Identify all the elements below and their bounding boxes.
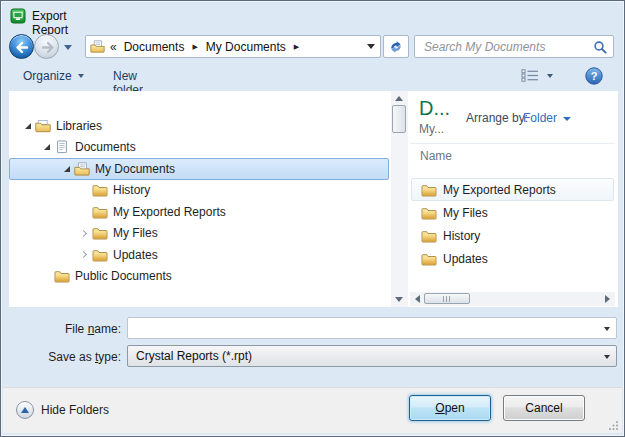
tree-item-public-documents[interactable]: Public Documents — [9, 266, 391, 288]
chevron-up-icon — [16, 401, 34, 419]
folder-documents-icon — [74, 162, 90, 176]
tree-item-label: My Files — [113, 226, 158, 240]
question-mark-icon: ? — [585, 67, 603, 85]
arrange-by-label: Arrange by: — [466, 111, 528, 125]
list-item-history[interactable]: History — [411, 224, 614, 247]
arrange-by-dropdown[interactable]: Folder — [523, 111, 571, 125]
chevron-down-icon — [367, 44, 375, 49]
export-report-dialog: Export Report « Documents ▶ My Documents… — [0, 0, 625, 437]
list-item-my-files[interactable]: My Files — [411, 201, 614, 224]
tree-item-history[interactable]: History — [9, 180, 391, 202]
bottom-bar: Hide Folders Open Cancel — [3, 387, 622, 433]
save-as-type-value: Crystal Reports (*.rpt) — [136, 349, 252, 363]
export-report-icon — [10, 8, 26, 24]
scrollbar-thumb[interactable] — [424, 293, 470, 304]
folder-icon — [92, 226, 108, 240]
cancel-button[interactable]: Cancel — [503, 395, 585, 421]
tree-item-label: Libraries — [56, 119, 102, 133]
folder-icon — [54, 269, 70, 283]
scrollbar-thumb[interactable] — [392, 105, 406, 133]
column-header-name[interactable]: Name — [420, 149, 452, 163]
chevron-down-icon[interactable] — [604, 327, 610, 331]
magnifier-icon — [593, 40, 608, 55]
search-input[interactable] — [422, 38, 590, 55]
scroll-up-icon[interactable] — [395, 96, 403, 101]
tree-item-label: My Exported Reports — [113, 205, 226, 219]
library-header-title: D... — [419, 97, 450, 120]
library-header-subtitle: My... — [419, 122, 444, 136]
address-bar[interactable]: « Documents ▶ My Documents ▶ — [85, 35, 381, 58]
expander-closed-icon[interactable] — [78, 252, 91, 257]
file-name-combo[interactable] — [127, 317, 617, 339]
scroll-right-icon[interactable] — [605, 295, 610, 303]
expander-open-icon[interactable] — [21, 123, 34, 129]
breadcrumb-item-my-documents[interactable]: My Documents — [206, 40, 286, 54]
browser-panes: Libraries Documents My Documents History — [9, 91, 618, 307]
forward-button[interactable] — [34, 34, 59, 59]
scroll-down-icon[interactable] — [395, 297, 403, 302]
open-button[interactable]: Open — [409, 395, 491, 421]
tree-item-documents[interactable]: Documents — [9, 137, 391, 159]
tree-item-label: History — [113, 183, 150, 197]
libraries-icon — [35, 119, 51, 133]
file-list-pane: D... My... Arrange by: Folder Name My Ex… — [408, 91, 618, 307]
change-view-button[interactable] — [521, 69, 553, 82]
expander-open-icon[interactable] — [60, 166, 73, 172]
tree-vertical-scrollbar[interactable] — [391, 91, 408, 307]
save-as-type-label: Save as type: — [3, 350, 121, 364]
list-item-my-exported-reports[interactable]: My Exported Reports — [411, 178, 614, 201]
folder-icon — [92, 205, 108, 219]
save-as-type-combo[interactable]: Crystal Reports (*.rpt) — [127, 345, 617, 367]
breadcrumb-separator-icon[interactable]: ▶ — [192, 42, 197, 50]
breadcrumb-folder-icon — [90, 40, 105, 53]
chevron-down-icon — [563, 117, 571, 121]
address-dropdown-button[interactable] — [362, 36, 380, 57]
tree-item-libraries[interactable]: Libraries — [9, 115, 391, 137]
search-box[interactable] — [414, 35, 614, 58]
scroll-left-icon[interactable] — [415, 295, 420, 303]
recent-pages-dropdown-icon[interactable] — [64, 45, 72, 50]
folder-icon — [421, 229, 437, 243]
back-button[interactable] — [9, 34, 34, 59]
breadcrumb-overflow-chevron[interactable]: « — [110, 40, 117, 54]
window-title: Export Report — [32, 9, 68, 37]
tree-item-my-documents[interactable]: My Documents — [9, 158, 389, 180]
organize-label: Organize — [23, 69, 72, 83]
hide-folders-button[interactable]: Hide Folders — [16, 401, 109, 419]
list-item-updates[interactable]: Updates — [411, 247, 614, 270]
list-item-label: My Exported Reports — [443, 183, 556, 197]
tree-item-label: My Documents — [95, 162, 175, 176]
cancel-label: Cancel — [525, 401, 562, 415]
hide-folders-label: Hide Folders — [41, 403, 109, 417]
file-name-input[interactable] — [133, 320, 596, 336]
tree-item-my-files[interactable]: My Files — [9, 223, 391, 245]
chevron-down-icon[interactable] — [604, 355, 610, 359]
folder-icon — [421, 252, 437, 266]
forward-arrow-icon — [35, 35, 60, 60]
document-library-icon — [54, 140, 70, 154]
refresh-button[interactable] — [383, 35, 409, 58]
header-separator — [410, 143, 615, 144]
resize-grip[interactable] — [608, 420, 619, 431]
list-item-label: My Files — [443, 206, 488, 220]
breadcrumb-separator-icon[interactable]: ▶ — [294, 42, 299, 50]
folder-icon — [421, 183, 437, 197]
expander-closed-icon[interactable] — [78, 231, 91, 236]
organize-button[interactable]: Organize — [23, 69, 84, 83]
tree-item-updates[interactable]: Updates — [9, 244, 391, 266]
refresh-icon — [388, 39, 404, 55]
file-name-label: File name: — [3, 322, 121, 336]
file-list-horizontal-scrollbar[interactable] — [410, 292, 615, 306]
tree-item-label: Documents — [75, 140, 136, 154]
chevron-down-icon — [547, 74, 553, 78]
tree-item-my-exported-reports[interactable]: My Exported Reports — [9, 201, 391, 223]
expander-open-icon[interactable] — [40, 144, 53, 150]
folder-tree: Libraries Documents My Documents History — [9, 91, 391, 307]
help-button[interactable]: ? — [585, 67, 603, 85]
tree-item-label: Updates — [113, 248, 158, 262]
list-item-label: History — [443, 229, 480, 243]
breadcrumb-item-documents[interactable]: Documents — [124, 40, 185, 54]
svg-text:?: ? — [591, 70, 598, 82]
folder-icon — [92, 248, 108, 262]
list-item-label: Updates — [443, 252, 488, 266]
